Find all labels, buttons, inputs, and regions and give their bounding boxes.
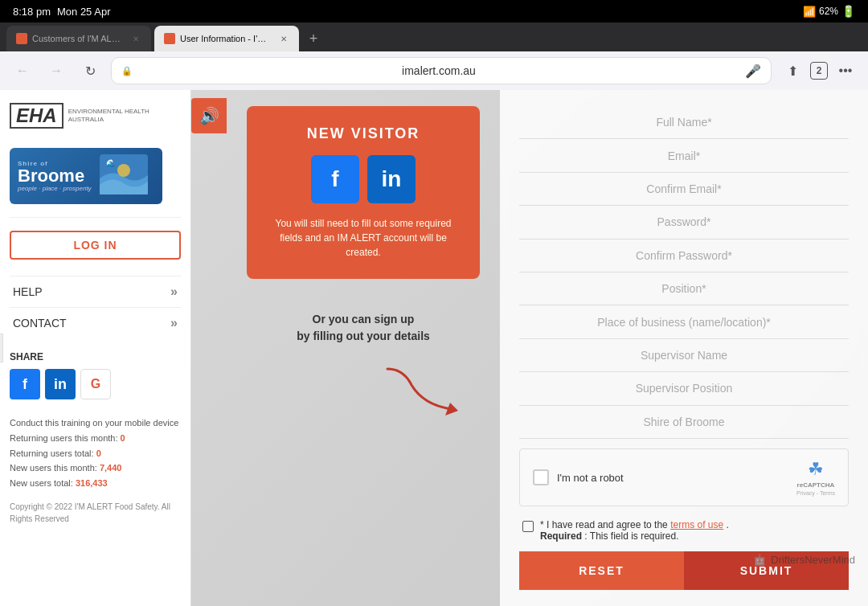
nav-bar: ← → ↻ 🔒 imalert.com.au 🎤 ⬆ 2 •••: [0, 51, 868, 90]
conduct-text: Conduct this training on your mobile dev…: [10, 416, 181, 431]
mic-icon[interactable]: 🎤: [745, 63, 761, 79]
place-of-business-input[interactable]: [519, 305, 849, 338]
status-left: 8:18 pm Mon 25 Apr: [13, 6, 110, 18]
broome-logo-card: Shire of Broome people · place · prosper…: [10, 148, 162, 204]
wifi-icon: 📶: [803, 6, 816, 18]
battery-icon: 🔋: [841, 5, 855, 18]
share-linkedin-button[interactable]: in: [45, 369, 76, 399]
share-icons: f in G: [10, 369, 181, 399]
password-input[interactable]: [519, 206, 849, 239]
terms-required-text: : This field is required.: [584, 530, 678, 542]
confirm-email-input[interactable]: [519, 173, 849, 206]
watermark: 🤖 DriftersNeverMind: [753, 554, 855, 566]
recaptcha-right: ☘ reCAPTCHA Privacy - Terms: [796, 459, 835, 496]
eha-subtext: ENVIRONMENTAL HEALTH AUSTRALIA: [68, 108, 181, 125]
terms-body: I have read and agree to the: [547, 519, 670, 530]
terms-required: Required: [540, 530, 582, 542]
new-visitor-card: NEW VISITOR f in You will still need to …: [247, 106, 480, 279]
recaptcha-box: I'm not a robot ☘ reCAPTCHA Privacy - Te…: [519, 448, 849, 506]
help-label: HELP: [13, 285, 43, 298]
broome-logo-text-area: Shire of Broome people · place · prosper…: [18, 160, 92, 192]
tab2-favicon: [164, 33, 175, 44]
broome-name: Broome: [18, 167, 92, 185]
contact-label: CONTACT: [13, 317, 67, 330]
broome-wave-svg: 🌊: [100, 154, 148, 194]
signup-text-area: Or you can sign upby filling out your de…: [297, 303, 430, 345]
eha-logo: EHA ENVIRONMENTAL HEALTH AUSTRALIA: [10, 103, 181, 138]
recaptcha-label: I'm not a robot: [557, 472, 624, 484]
terms-row: * I have read and agree to the terms of …: [519, 519, 849, 542]
visitor-panel: NEW VISITOR f in You will still need to …: [227, 90, 500, 606]
tab-count[interactable]: 2: [810, 62, 828, 80]
terms-link[interactable]: terms of use: [670, 519, 723, 530]
status-time: 8:18 pm: [13, 6, 51, 18]
terms-checkbox[interactable]: [522, 521, 534, 532]
status-date: Mon 25 Apr: [57, 6, 111, 18]
more-button[interactable]: •••: [833, 58, 858, 84]
back-button[interactable]: ←: [10, 58, 35, 84]
signup-text: Or you can sign upby filling out your de…: [297, 311, 430, 345]
recaptcha-left: I'm not a robot: [533, 469, 624, 485]
recaptcha-logo-icon: ☘: [808, 459, 824, 480]
sidebar-toggle[interactable]: ‹: [0, 334, 3, 362]
position-input[interactable]: [519, 272, 849, 305]
terms-prefix: *: [540, 519, 547, 530]
fullname-input[interactable]: [519, 106, 849, 139]
tab1-close[interactable]: ✕: [130, 33, 141, 44]
sound-toggle[interactable]: 🔊: [191, 98, 227, 133]
broome-tagline: people · place · prosperity: [18, 185, 92, 192]
supervisor-name-input[interactable]: [519, 339, 849, 372]
share-facebook-button[interactable]: f: [10, 369, 40, 399]
tab1-favicon: [16, 33, 27, 44]
returning-total-value: 0: [96, 448, 101, 458]
sidebar-item-help[interactable]: HELP »: [10, 276, 181, 307]
tab2-label: User Information - I'M AL: [180, 34, 273, 43]
facebook-login-button[interactable]: f: [311, 155, 359, 203]
eha-letters: EHA: [10, 103, 63, 129]
recaptcha-checkbox[interactable]: [533, 469, 549, 485]
battery-level: 62%: [819, 6, 838, 17]
tab-customers-alert[interactable]: Customers of I'M ALERT ✕: [6, 26, 151, 51]
lock-icon: 🔒: [121, 66, 133, 76]
forward-button[interactable]: →: [43, 58, 69, 84]
sidebar-stats: Conduct this training on your mobile dev…: [10, 416, 181, 490]
tab2-close[interactable]: ✕: [278, 33, 289, 44]
organization-input[interactable]: [519, 406, 849, 439]
svg-text:🌊: 🌊: [106, 158, 116, 168]
contact-chevron: »: [170, 316, 178, 330]
nav-actions: ⬆ 2 •••: [780, 58, 858, 84]
page: EHA ENVIRONMENTAL HEALTH AUSTRALIA Shire…: [0, 90, 868, 606]
new-total: New users total: 316,433: [10, 476, 181, 491]
email-input[interactable]: [519, 139, 849, 172]
arrow-container: [243, 361, 484, 425]
address-bar[interactable]: 🔒 imalert.com.au 🎤: [111, 57, 772, 84]
confirm-password-input[interactable]: [519, 240, 849, 272]
share-label: SHARE: [10, 351, 181, 362]
tab1-label: Customers of I'M ALERT: [32, 34, 125, 43]
new-visitor-body: You will still need to fill out some req…: [263, 216, 464, 260]
sidebar-copyright: Copyright © 2022 I'M ALERT Food Safety. …: [10, 501, 181, 525]
reload-button[interactable]: ↻: [77, 58, 103, 84]
tab-user-information[interactable]: User Information - I'M AL ✕: [154, 26, 299, 51]
new-visitor-title: NEW VISITOR: [263, 125, 464, 142]
reset-button[interactable]: RESET: [519, 551, 684, 590]
share-google-button[interactable]: G: [80, 369, 111, 399]
recaptcha-privacy: Privacy - Terms: [796, 490, 835, 496]
login-button[interactable]: LOG IN: [10, 231, 181, 260]
new-month-value: 7,440: [100, 463, 122, 473]
broome-logo-section: Shire of Broome people · place · prosper…: [10, 148, 181, 218]
new-total-value: 316,433: [76, 478, 108, 488]
terms-suffix: .: [727, 519, 729, 530]
recaptcha-brand: reCAPTCHA: [797, 481, 835, 489]
returning-month-value: 0: [121, 433, 125, 443]
sidebar-item-contact[interactable]: CONTACT »: [10, 307, 181, 338]
tab-add-button[interactable]: +: [302, 27, 325, 50]
main-content: 🔊 NEW VISITOR f in You will still need t…: [191, 90, 868, 606]
sidebar: EHA ENVIRONMENTAL HEALTH AUSTRALIA Shire…: [0, 90, 191, 606]
supervisor-position-input[interactable]: [519, 372, 849, 405]
watermark-icon: 🤖: [753, 554, 766, 566]
url-text: imalert.com.au: [137, 64, 740, 77]
share-button[interactable]: ⬆: [780, 58, 805, 84]
svg-point-1: [117, 164, 130, 177]
linkedin-login-button[interactable]: in: [367, 155, 416, 203]
